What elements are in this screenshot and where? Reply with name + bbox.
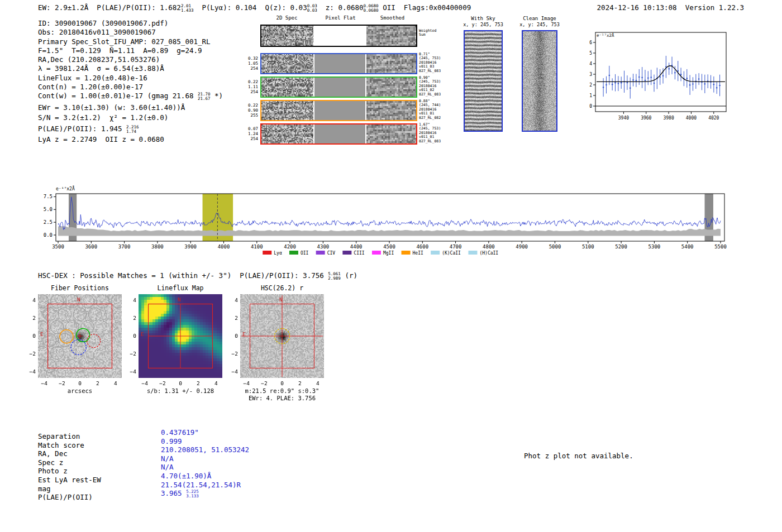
x-tick-label: 4200 [284, 244, 296, 250]
sub-value: 0.03 [307, 8, 317, 13]
match-row-value: 21.54(21.54,21.54)R [161, 481, 249, 490]
text-token: N/A [161, 463, 174, 471]
spec2d-row-left-labels: 0.321.05254 [246, 56, 258, 71]
spec2d-row [260, 100, 417, 121]
info-line: ID: 3090019067 (3090019067.pdf) [38, 19, 223, 28]
y-tick-label: 3 [589, 72, 592, 77]
legend-swatch [402, 251, 411, 255]
data-point [719, 85, 721, 87]
cutout-x-tick: 4 [110, 380, 121, 386]
neighbor-fiber-circle [60, 330, 73, 343]
info-line: RA,Dec (210.208237,51.053276) [38, 55, 223, 64]
data-point [630, 87, 631, 89]
info-line: Primary Spec_Slot_IFU_AMP: 027_085_001_R… [38, 37, 223, 46]
fiber-circle [50, 295, 64, 308]
error-band [58, 226, 721, 236]
spec2d-row-left-labels: 0.220.90255 [246, 103, 258, 118]
text-token: P(Lyα): 0.104 Q(z): [193, 3, 290, 12]
cutout-title: Fiber Positions [31, 284, 128, 292]
inset-ylabel: e⁻¹⁷x2Å [597, 33, 614, 38]
panel-image [523, 31, 556, 131]
smoothed-image [366, 101, 416, 120]
data-point [627, 82, 628, 84]
data-point [686, 78, 688, 79]
spec2d-image [261, 101, 313, 120]
cutout-y-tick: 0 [26, 333, 36, 339]
legend-swatch [289, 251, 298, 255]
legend-label: HeII [413, 251, 423, 256]
cutout-y-tick: 2 [126, 315, 136, 321]
panel-coords: x, y: 245, 753 [516, 22, 563, 27]
panel-image-box [464, 30, 503, 132]
x-tick-label: 5400 [681, 244, 694, 250]
sub-value: 1.74 [126, 130, 139, 134]
cutout-x-tick: −4 [139, 380, 150, 386]
x-tick-label: 4500 [383, 244, 395, 250]
cutout-y-tick: −2 [126, 351, 136, 357]
data-point [704, 83, 706, 85]
fiber-circle [43, 360, 56, 373]
spec2d-row-right-labels: 1.67"(245, 753)20180416v011_01027_RL_083 [419, 123, 441, 143]
cutout-y-tick: 4 [228, 297, 238, 303]
compass-north: N [178, 296, 181, 303]
cutout-x-tick: 4 [312, 380, 323, 386]
panel-image [465, 31, 502, 131]
panel-coords: x, y: 245, 753 [458, 22, 508, 27]
data-point [668, 68, 670, 70]
match-row-value: 0.437619" [161, 428, 249, 437]
right-label-line: 027_RL_083 [419, 93, 441, 97]
data-point [647, 78, 649, 79]
line-fit-plot: 012345639403960398040004020e⁻¹⁷x2Å [581, 27, 731, 128]
cutout-y-tick: 0 [228, 333, 238, 339]
match-label-column: SeparationMatch scoreRA, DecSpec zPhoto … [38, 432, 101, 502]
data-point [603, 87, 604, 88]
cutout-y-tick: 0 [126, 333, 136, 339]
spec2d-row-right-labels: 0.71"(245, 753)20180416v011_03027_RL_083 [419, 52, 441, 73]
x-tick-label: 3960 [641, 116, 651, 121]
text-token: Cont(w) = 1.00(±0.01)e-17 (gmag 21.68 [38, 92, 198, 100]
data-point [641, 77, 643, 79]
data-point [692, 83, 694, 85]
smoothed-image [366, 78, 416, 97]
match-row-value: 0.999 [161, 437, 249, 446]
x-tick-label: 3900 [184, 244, 197, 250]
spec2d-image [261, 54, 313, 73]
match-row-label: P(LAE)/P(OII) [38, 493, 101, 502]
data-point [698, 78, 700, 80]
legend-swatch [263, 251, 271, 255]
data-point [680, 74, 682, 75]
info-line: F=1.5" T=0.129 N̄=1.11 A=0.89 g=24.9 [38, 46, 223, 55]
match-row-label: Spec z [38, 458, 101, 467]
x-tick-label: 3700 [118, 244, 131, 250]
cutout-caption: EWr: 4. PLAE: 3.756 [223, 395, 341, 401]
match-row-label: Separation [38, 432, 101, 441]
y-tick-label: 5 [589, 51, 592, 56]
y-tick-label: 4 [589, 61, 592, 66]
sub-value: 1.433 [181, 8, 194, 13]
legend-label: OII [301, 251, 309, 256]
text-token: Obs: 20180416v011_3090019067 [38, 28, 156, 36]
spec2d-col-header: Smoothed [368, 15, 417, 21]
cutout-x-tick: 4 [211, 380, 222, 386]
text-token: λ = 3981.24Å σ = 6.54(±3.88)Å [38, 64, 164, 73]
text-token: 0.999 [161, 437, 182, 445]
data-point [650, 76, 652, 78]
left-label-line: 0.22 [246, 103, 258, 108]
data-point [674, 72, 676, 74]
text-token: ID: 3090019067 (3090019067.pdf) [38, 19, 168, 27]
fiber-circle [38, 347, 49, 360]
weighted-sum-label: Weighted Sum [419, 29, 436, 37]
x-tick-label: 4000 [686, 116, 697, 121]
spec2d-row-left-labels: 0.221.11254 [246, 79, 258, 94]
left-label-line: 254 [246, 89, 258, 94]
info-line: Cont(w) = 1.00(±0.01)e-17 (gmag 21.68 21… [38, 92, 223, 101]
match-row-value: N/A [161, 463, 249, 472]
cutout-plot [240, 294, 324, 378]
cutout-overlay [38, 294, 122, 378]
cutout-y-tick: 4 [126, 297, 136, 303]
compass-east: E [40, 331, 44, 337]
x-tick-label: 5200 [615, 244, 627, 250]
cutout-y-tick: 4 [26, 297, 36, 303]
info-line: S/N = 3.2(±1.2) χ² = 1.2(±0.0) [38, 113, 223, 122]
text-token: 3.965 [161, 489, 186, 497]
